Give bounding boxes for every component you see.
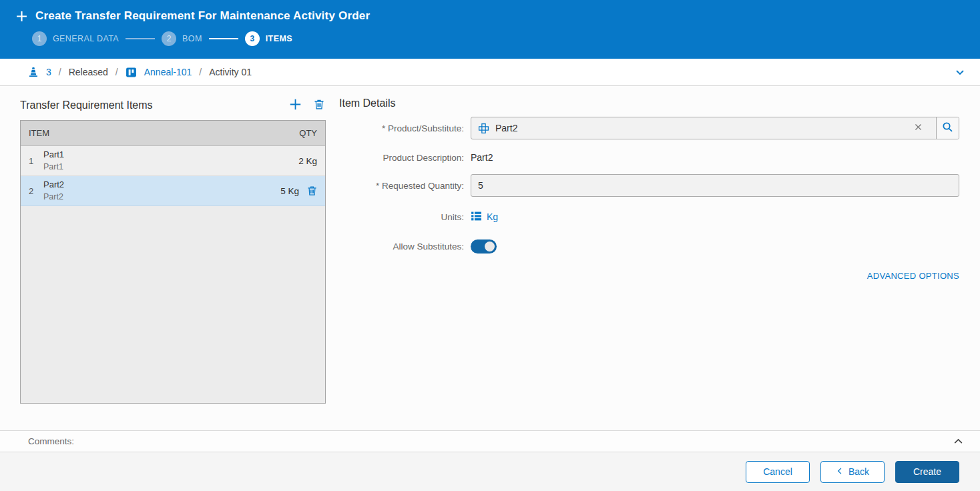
units-link[interactable]: Kg <box>471 210 498 223</box>
row-right: 5 Kg <box>280 185 317 196</box>
product-substitute-field[interactable]: Part2 <box>471 117 959 139</box>
resource-link[interactable]: Anneal-101 <box>144 67 192 77</box>
requested-quantity-input[interactable] <box>471 174 959 197</box>
transfer-requirement-items-panel: Transfer Requirement Items ITEM QTY <box>20 97 326 404</box>
product-description-label: Product Description: <box>339 153 471 163</box>
units-label: Units: <box>339 212 471 222</box>
units-row: Units: Kg <box>339 210 959 223</box>
allow-substitutes-control <box>471 239 959 254</box>
chevron-up-icon[interactable] <box>953 436 964 447</box>
requested-quantity-label: * Requested Quantity: <box>339 181 471 191</box>
order-status: Released <box>69 67 108 77</box>
step-number: 3 <box>245 31 260 46</box>
row-name-block: Part2 Part2 <box>43 179 64 203</box>
chevron-left-icon <box>836 466 844 477</box>
items-panel-actions <box>289 98 326 113</box>
allow-substitutes-row: Allow Substitutes: <box>339 239 959 254</box>
step-bom[interactable]: 2 BOM <box>162 31 202 46</box>
column-header-qty: QTY <box>299 128 317 138</box>
trash-icon <box>314 99 324 112</box>
items-panel-header: Transfer Requirement Items <box>20 97 326 113</box>
product-search-button[interactable] <box>936 117 959 139</box>
requested-quantity-row: * Requested Quantity: <box>339 174 959 197</box>
comments-label: Comments: <box>28 436 74 446</box>
footer-action-bar: Cancel Back Create <box>0 452 980 491</box>
table-row-selected[interactable]: 2 Part2 Part2 5 Kg <box>21 176 325 206</box>
step-items[interactable]: 3 ITEMS <box>245 31 292 46</box>
item-details-panel: Item Details * Product/Substitute: Part2 <box>339 97 959 281</box>
product-value: Part2 <box>495 123 517 133</box>
chevron-down-icon[interactable] <box>955 67 965 77</box>
row-index: 1 <box>29 156 43 166</box>
product-description-value: Part2 <box>471 152 493 163</box>
step-general-data[interactable]: 1 GENERAL DATA <box>32 31 119 46</box>
context-bar: 3 / Released / Anneal-101 / Activity 01 <box>0 59 980 86</box>
items-table-header: ITEM QTY <box>21 121 325 146</box>
create-button[interactable]: Create <box>895 461 959 483</box>
create-transfer-requirement-dialog: Create Transfer Requirement For Maintena… <box>0 0 980 491</box>
page-title: Create Transfer Requirement For Maintena… <box>35 9 370 23</box>
step-connector <box>126 38 155 39</box>
advanced-options-row: ADVANCED OPTIONS <box>339 271 959 281</box>
step-connector <box>209 38 238 39</box>
clear-button[interactable] <box>907 123 929 133</box>
units-control: Kg <box>471 210 959 223</box>
allow-substitutes-label: Allow Substitutes: <box>339 241 471 252</box>
row-qty: 5 Kg <box>280 186 299 196</box>
wizard-steps: 1 GENERAL DATA 2 BOM 3 ITEMS <box>32 31 980 46</box>
order-count[interactable]: 3 <box>46 67 51 77</box>
list-icon <box>471 210 482 223</box>
product-description-control: Part2 <box>471 152 959 163</box>
items-table: ITEM QTY 1 Part1 Part1 2 Kg 2 Part2 Part… <box>20 120 326 404</box>
cancel-button[interactable]: Cancel <box>746 461 810 483</box>
plus-icon <box>16 11 27 22</box>
back-button[interactable]: Back <box>820 461 885 483</box>
plus-icon <box>289 98 302 113</box>
step-number: 1 <box>32 31 47 46</box>
step-label: BOM <box>182 34 202 43</box>
combo-main: Part2 <box>471 117 936 139</box>
allow-substitutes-toggle[interactable] <box>471 239 497 254</box>
add-item-button[interactable] <box>289 98 302 113</box>
product-substitute-control: Part2 <box>471 117 959 139</box>
magnifier-icon <box>942 121 953 135</box>
row-item-name: Part1 <box>43 149 64 161</box>
items-panel-title: Transfer Requirement Items <box>20 99 153 111</box>
breadcrumb-separator: / <box>59 67 61 77</box>
column-header-item: ITEM <box>29 128 49 138</box>
row-index: 2 <box>29 186 43 196</box>
row-item-description: Part1 <box>43 161 64 173</box>
comments-section[interactable]: Comments: <box>0 430 980 452</box>
product-substitute-label: * Product/Substitute: <box>339 123 471 133</box>
requested-quantity-control <box>471 174 959 197</box>
breadcrumb-separator: / <box>199 67 202 77</box>
row-delete-button[interactable] <box>307 185 317 196</box>
table-row[interactable]: 1 Part1 Part1 2 Kg <box>21 146 325 176</box>
step-number: 2 <box>162 31 176 46</box>
cancel-label: Cancel <box>763 466 792 477</box>
product-grid-icon <box>478 123 489 134</box>
delete-item-button[interactable] <box>314 99 324 112</box>
row-qty: 2 Kg <box>298 156 317 166</box>
step-label: GENERAL DATA <box>53 34 119 43</box>
row-item-name: Part2 <box>43 179 64 191</box>
back-label: Back <box>848 466 869 477</box>
units-value: Kg <box>487 211 498 222</box>
cone-icon <box>28 67 39 77</box>
step-label: ITEMS <box>266 34 292 43</box>
create-label: Create <box>913 466 941 477</box>
header-title-row: Create Transfer Requirement For Maintena… <box>0 0 980 23</box>
item-details-title: Item Details <box>339 97 395 109</box>
row-name-block: Part1 Part1 <box>43 149 64 173</box>
resource-icon <box>126 67 137 78</box>
product-substitute-row: * Product/Substitute: Part2 <box>339 117 959 139</box>
toggle-knob <box>485 241 495 252</box>
row-right: 2 Kg <box>298 156 317 166</box>
item-details-form: * Product/Substitute: Part2 <box>339 117 959 281</box>
breadcrumb-separator: / <box>115 67 118 77</box>
product-description-row: Product Description: Part2 <box>339 152 959 163</box>
activity-name: Activity 01 <box>209 67 252 77</box>
header: Create Transfer Requirement For Maintena… <box>0 0 980 59</box>
advanced-options-link[interactable]: ADVANCED OPTIONS <box>867 271 959 281</box>
row-item-description: Part2 <box>43 191 64 203</box>
